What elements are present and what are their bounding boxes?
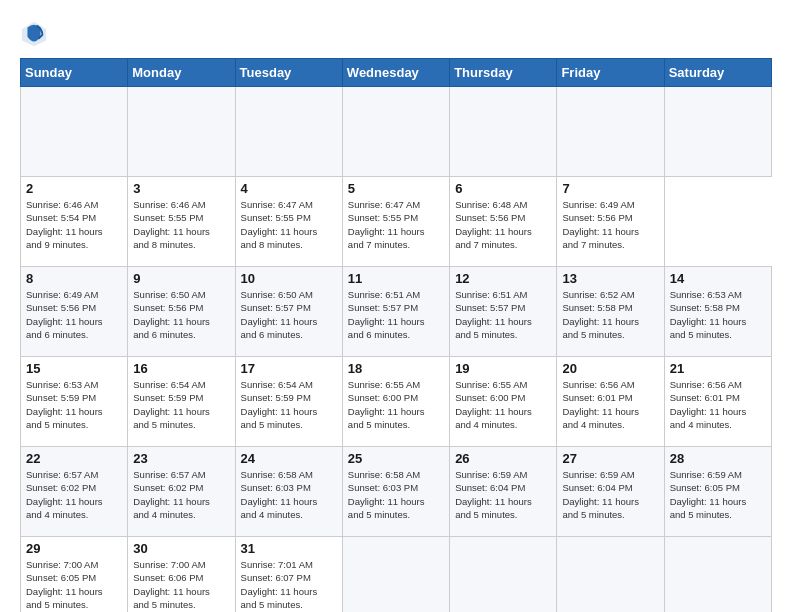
day-info: Sunrise: 6:57 AMSunset: 6:02 PMDaylight:… — [26, 468, 122, 521]
day-info: Sunrise: 6:54 AMSunset: 5:59 PMDaylight:… — [241, 378, 337, 431]
day-cell-3: 3 Sunrise: 6:46 AMSunset: 5:55 PMDayligh… — [128, 177, 235, 267]
day-cell-31: 31 Sunrise: 7:01 AMSunset: 6:07 PMDaylig… — [235, 537, 342, 613]
day-cell-7: 7 Sunrise: 6:49 AMSunset: 5:56 PMDayligh… — [557, 177, 664, 267]
day-number: 24 — [241, 451, 337, 466]
logo-icon — [20, 20, 48, 48]
day-number: 30 — [133, 541, 229, 556]
empty-cell — [342, 537, 449, 613]
empty-cell — [342, 87, 449, 177]
column-header-sunday: Sunday — [21, 59, 128, 87]
day-cell-2: 2 Sunrise: 6:46 AMSunset: 5:54 PMDayligh… — [21, 177, 128, 267]
day-cell-19: 19 Sunrise: 6:55 AMSunset: 6:00 PMDaylig… — [450, 357, 557, 447]
day-info: Sunrise: 6:59 AMSunset: 6:05 PMDaylight:… — [670, 468, 766, 521]
day-number: 9 — [133, 271, 229, 286]
column-header-tuesday: Tuesday — [235, 59, 342, 87]
day-info: Sunrise: 6:51 AMSunset: 5:57 PMDaylight:… — [455, 288, 551, 341]
day-number: 23 — [133, 451, 229, 466]
day-number: 8 — [26, 271, 122, 286]
day-number: 12 — [455, 271, 551, 286]
calendar-week-4: 15 Sunrise: 6:53 AMSunset: 5:59 PMDaylig… — [21, 357, 772, 447]
empty-cell — [128, 87, 235, 177]
empty-cell — [664, 87, 771, 177]
calendar-week-1 — [21, 87, 772, 177]
day-info: Sunrise: 6:49 AMSunset: 5:56 PMDaylight:… — [26, 288, 122, 341]
day-info: Sunrise: 6:47 AMSunset: 5:55 PMDaylight:… — [348, 198, 444, 251]
day-cell-8: 8 Sunrise: 6:49 AMSunset: 5:56 PMDayligh… — [21, 267, 128, 357]
day-info: Sunrise: 6:53 AMSunset: 5:58 PMDaylight:… — [670, 288, 766, 341]
day-cell-25: 25 Sunrise: 6:58 AMSunset: 6:03 PMDaylig… — [342, 447, 449, 537]
day-info: Sunrise: 6:59 AMSunset: 6:04 PMDaylight:… — [562, 468, 658, 521]
day-cell-26: 26 Sunrise: 6:59 AMSunset: 6:04 PMDaylig… — [450, 447, 557, 537]
day-info: Sunrise: 6:51 AMSunset: 5:57 PMDaylight:… — [348, 288, 444, 341]
empty-cell — [21, 87, 128, 177]
day-info: Sunrise: 6:50 AMSunset: 5:57 PMDaylight:… — [241, 288, 337, 341]
day-number: 3 — [133, 181, 229, 196]
column-header-saturday: Saturday — [664, 59, 771, 87]
day-cell-28: 28 Sunrise: 6:59 AMSunset: 6:05 PMDaylig… — [664, 447, 771, 537]
day-info: Sunrise: 6:48 AMSunset: 5:56 PMDaylight:… — [455, 198, 551, 251]
calendar-week-5: 22 Sunrise: 6:57 AMSunset: 6:02 PMDaylig… — [21, 447, 772, 537]
day-info: Sunrise: 6:59 AMSunset: 6:04 PMDaylight:… — [455, 468, 551, 521]
day-number: 18 — [348, 361, 444, 376]
day-info: Sunrise: 7:00 AMSunset: 6:06 PMDaylight:… — [133, 558, 229, 611]
day-info: Sunrise: 7:00 AMSunset: 6:05 PMDaylight:… — [26, 558, 122, 611]
day-number: 4 — [241, 181, 337, 196]
day-info: Sunrise: 6:46 AMSunset: 5:54 PMDaylight:… — [26, 198, 122, 251]
day-number: 29 — [26, 541, 122, 556]
logo — [20, 20, 52, 48]
day-cell-5: 5 Sunrise: 6:47 AMSunset: 5:55 PMDayligh… — [342, 177, 449, 267]
day-number: 2 — [26, 181, 122, 196]
day-info: Sunrise: 6:46 AMSunset: 5:55 PMDaylight:… — [133, 198, 229, 251]
day-info: Sunrise: 6:49 AMSunset: 5:56 PMDaylight:… — [562, 198, 658, 251]
day-info: Sunrise: 6:56 AMSunset: 6:01 PMDaylight:… — [562, 378, 658, 431]
day-number: 28 — [670, 451, 766, 466]
day-cell-21: 21 Sunrise: 6:56 AMSunset: 6:01 PMDaylig… — [664, 357, 771, 447]
column-header-monday: Monday — [128, 59, 235, 87]
day-cell-30: 30 Sunrise: 7:00 AMSunset: 6:06 PMDaylig… — [128, 537, 235, 613]
empty-cell — [557, 87, 664, 177]
day-cell-14: 14 Sunrise: 6:53 AMSunset: 5:58 PMDaylig… — [664, 267, 771, 357]
day-cell-4: 4 Sunrise: 6:47 AMSunset: 5:55 PMDayligh… — [235, 177, 342, 267]
day-number: 7 — [562, 181, 658, 196]
day-info: Sunrise: 6:58 AMSunset: 6:03 PMDaylight:… — [241, 468, 337, 521]
day-number: 26 — [455, 451, 551, 466]
column-header-thursday: Thursday — [450, 59, 557, 87]
day-cell-10: 10 Sunrise: 6:50 AMSunset: 5:57 PMDaylig… — [235, 267, 342, 357]
day-number: 21 — [670, 361, 766, 376]
empty-cell — [557, 537, 664, 613]
day-info: Sunrise: 6:57 AMSunset: 6:02 PMDaylight:… — [133, 468, 229, 521]
day-info: Sunrise: 6:56 AMSunset: 6:01 PMDaylight:… — [670, 378, 766, 431]
day-info: Sunrise: 6:55 AMSunset: 6:00 PMDaylight:… — [455, 378, 551, 431]
day-cell-6: 6 Sunrise: 6:48 AMSunset: 5:56 PMDayligh… — [450, 177, 557, 267]
day-number: 25 — [348, 451, 444, 466]
day-cell-15: 15 Sunrise: 6:53 AMSunset: 5:59 PMDaylig… — [21, 357, 128, 447]
day-cell-22: 22 Sunrise: 6:57 AMSunset: 6:02 PMDaylig… — [21, 447, 128, 537]
day-number: 15 — [26, 361, 122, 376]
day-cell-27: 27 Sunrise: 6:59 AMSunset: 6:04 PMDaylig… — [557, 447, 664, 537]
day-cell-18: 18 Sunrise: 6:55 AMSunset: 6:00 PMDaylig… — [342, 357, 449, 447]
calendar-week-6: 29 Sunrise: 7:00 AMSunset: 6:05 PMDaylig… — [21, 537, 772, 613]
day-info: Sunrise: 7:01 AMSunset: 6:07 PMDaylight:… — [241, 558, 337, 611]
day-cell-11: 11 Sunrise: 6:51 AMSunset: 5:57 PMDaylig… — [342, 267, 449, 357]
day-info: Sunrise: 6:53 AMSunset: 5:59 PMDaylight:… — [26, 378, 122, 431]
day-info: Sunrise: 6:50 AMSunset: 5:56 PMDaylight:… — [133, 288, 229, 341]
day-number: 14 — [670, 271, 766, 286]
day-number: 22 — [26, 451, 122, 466]
calendar-week-3: 8 Sunrise: 6:49 AMSunset: 5:56 PMDayligh… — [21, 267, 772, 357]
day-cell-9: 9 Sunrise: 6:50 AMSunset: 5:56 PMDayligh… — [128, 267, 235, 357]
day-info: Sunrise: 6:54 AMSunset: 5:59 PMDaylight:… — [133, 378, 229, 431]
page-header — [20, 20, 772, 48]
calendar-table: SundayMondayTuesdayWednesdayThursdayFrid… — [20, 58, 772, 612]
empty-cell — [235, 87, 342, 177]
day-number: 27 — [562, 451, 658, 466]
day-cell-13: 13 Sunrise: 6:52 AMSunset: 5:58 PMDaylig… — [557, 267, 664, 357]
day-cell-17: 17 Sunrise: 6:54 AMSunset: 5:59 PMDaylig… — [235, 357, 342, 447]
day-number: 13 — [562, 271, 658, 286]
day-number: 6 — [455, 181, 551, 196]
day-cell-20: 20 Sunrise: 6:56 AMSunset: 6:01 PMDaylig… — [557, 357, 664, 447]
day-number: 31 — [241, 541, 337, 556]
day-number: 5 — [348, 181, 444, 196]
calendar-header-row: SundayMondayTuesdayWednesdayThursdayFrid… — [21, 59, 772, 87]
day-cell-12: 12 Sunrise: 6:51 AMSunset: 5:57 PMDaylig… — [450, 267, 557, 357]
day-number: 19 — [455, 361, 551, 376]
